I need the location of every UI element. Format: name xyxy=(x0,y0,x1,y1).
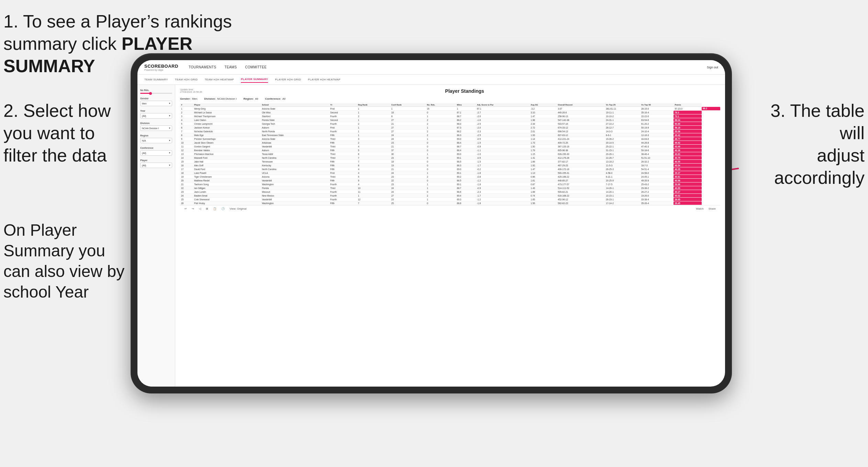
table-cell: 21 xyxy=(390,145,426,148)
table-cell: 9 xyxy=(357,179,390,182)
sidebar-region-label: Region xyxy=(140,134,172,137)
table-cell: 57-23-0 xyxy=(674,107,702,111)
table-cell: -1.2 xyxy=(476,179,530,182)
sidebar-conference-select[interactable]: (All) ▾ xyxy=(140,150,172,156)
table-cell: 69.0 xyxy=(456,152,476,156)
table-cell: Third xyxy=(329,156,357,160)
table-cell: Phichaksn Maichon xyxy=(193,152,261,156)
sign-out-link[interactable]: Sign out xyxy=(707,66,718,69)
table-cell: Fifth xyxy=(329,141,357,145)
table-cell: 23 xyxy=(390,182,426,186)
toolbar-paste[interactable]: 📋 xyxy=(212,207,218,211)
table-cell: Tiger Christensen xyxy=(193,175,261,179)
table-cell: Arkansas xyxy=(261,141,329,145)
toolbar-copy[interactable]: ⊞ xyxy=(205,207,209,211)
table-cell: Fourth xyxy=(329,130,357,133)
sidebar-year-select[interactable]: (All) ▾ xyxy=(140,113,172,119)
table-row: 15Jake HallTennesseeFifth718068.5-1.51.6… xyxy=(180,160,720,164)
table-row: 12Brendan ValdesAuburnFifth537068.4-1.11… xyxy=(180,148,720,152)
table-cell: 12 xyxy=(180,148,193,152)
nav-tournaments[interactable]: TOURNAMENTS xyxy=(189,64,216,70)
table-cell: 1.41 xyxy=(530,156,557,160)
table-cell: 14-26-1 xyxy=(605,186,640,190)
table-cell: Kentucky xyxy=(261,164,329,167)
nav-committee[interactable]: COMMITTEE xyxy=(245,64,267,70)
sub-nav-team-h2h-grid[interactable]: TEAM H2H GRID xyxy=(175,77,198,82)
table-cell: 18-7-3 xyxy=(640,164,674,167)
table-cell: 12-16-3 xyxy=(640,133,674,137)
table-cell: 19-26-0 xyxy=(640,194,674,198)
table-row: 11Gordon SargentVanderbiltThird421068.7-… xyxy=(180,145,720,148)
table-cell: 51-51-10 xyxy=(640,156,674,160)
logo-sub: Powered by clippi xyxy=(144,69,178,71)
sub-nav-player-h2h-grid[interactable]: PLAYER H2H GRID xyxy=(275,77,301,82)
table-cell: 11 xyxy=(180,145,193,148)
sidebar-division-section: Division NCAA Division I ▾ xyxy=(140,122,172,131)
toolbar-undo[interactable]: ↩ xyxy=(183,207,188,211)
table-cell: 9 xyxy=(180,137,193,141)
table-cell: 50-19-9 xyxy=(640,126,674,130)
table-cell: 5 xyxy=(180,122,193,126)
table-row: 9Preston SummerhaysArizona StateThird324… xyxy=(180,137,720,141)
table-cell: 6 xyxy=(180,126,193,130)
table-cell: 69.2 xyxy=(456,175,476,179)
toolbar-clock[interactable]: 🕐 xyxy=(220,207,226,211)
slider-thumb[interactable] xyxy=(149,92,152,95)
table-cell: Auburn xyxy=(261,126,329,130)
table-cell: 69.4 xyxy=(456,194,476,198)
table-cell: Petr Hruby xyxy=(193,201,261,205)
table-cell: 1.61 xyxy=(530,179,557,182)
sub-nav-team-summary[interactable]: TEAM SUMMARY xyxy=(144,77,168,82)
table-cell: 1 xyxy=(357,133,390,137)
table-row: 14Maxwell FordNorth CarolinaThird723069.… xyxy=(180,156,720,160)
table-cell: Ole Miss xyxy=(261,111,329,114)
sub-nav-team-h2h-heatmap[interactable]: TEAM H2H HEATMAP xyxy=(204,77,234,82)
col-reg-rank: Reg Rank xyxy=(357,103,390,107)
table-cell: Washington xyxy=(261,201,329,205)
sub-nav-player-h2h-heatmap[interactable]: PLAYER H2H HEATMAP xyxy=(308,77,341,82)
table-cell: -2.0 xyxy=(476,114,530,118)
sub-nav-player-summary[interactable]: PLAYER SUMMARY xyxy=(241,76,268,83)
sidebar-player-select[interactable]: (All) ▾ xyxy=(140,163,172,168)
sidebar-region-select[interactable]: N/A ▾ xyxy=(140,138,172,143)
table-cell: 2 xyxy=(426,175,456,179)
table-cell: 1 xyxy=(426,114,456,118)
toolbar-watch[interactable]: Watch xyxy=(695,207,704,211)
nav-teams[interactable]: TEAMS xyxy=(224,64,237,70)
table-cell: 14-3-3 xyxy=(605,130,640,133)
table-cell: 22 xyxy=(180,186,193,190)
table-cell: Mats Ege xyxy=(193,133,261,137)
table-cell: 63-54-6 xyxy=(640,118,674,122)
table-cell: 1 xyxy=(357,107,390,111)
table-cell: 1.13 xyxy=(530,171,557,175)
table-cell: First xyxy=(329,107,357,111)
table-cell: 2 xyxy=(426,194,456,198)
annotation-bottom: On Player Summary you can also view by s… xyxy=(3,220,134,302)
table-cell: 21 xyxy=(390,167,426,171)
table-cell: 0 xyxy=(426,141,456,145)
table-row: 13Phichaksn MaichonTexas A&MThird630169.… xyxy=(180,152,720,156)
col-vs-top-50: Vs Top 50 xyxy=(640,103,674,107)
table-cell: Florida State xyxy=(261,118,329,122)
table-cell: Fourth xyxy=(329,182,357,186)
table-row: 1Wenyi DingArizona StateFirst1115167.1-3… xyxy=(180,107,720,111)
toolbar-back[interactable]: ◁ xyxy=(198,207,202,211)
sidebar-division-select[interactable]: NCAA Division I ▾ xyxy=(140,125,172,131)
toolbar-share[interactable]: Share xyxy=(708,207,717,211)
slider-container[interactable] xyxy=(140,93,172,94)
table-cell: 7 xyxy=(357,201,390,205)
table-cell: Brendan Valdes xyxy=(193,148,261,152)
table-cell: 39.96 xyxy=(674,182,702,186)
toolbar-view[interactable]: View: Original xyxy=(229,207,247,211)
table-cell: 18 xyxy=(390,160,426,164)
sidebar-gender-select[interactable]: Men ▾ xyxy=(140,101,172,106)
table-cell: Third xyxy=(329,137,357,141)
table-cell: -1.1 xyxy=(476,148,530,152)
table-cell: Third xyxy=(329,175,357,179)
logo-area: SCOREBOARD Powered by clippi xyxy=(144,64,178,71)
nav-items: TOURNAMENTS TEAMS COMMITTEE xyxy=(189,64,707,70)
toolbar-redo[interactable]: ↪ xyxy=(191,207,195,211)
table-cell: 0 xyxy=(426,111,456,114)
table-cell: 50-18-6 xyxy=(640,148,674,152)
table-cell: 68.5 xyxy=(456,160,476,164)
